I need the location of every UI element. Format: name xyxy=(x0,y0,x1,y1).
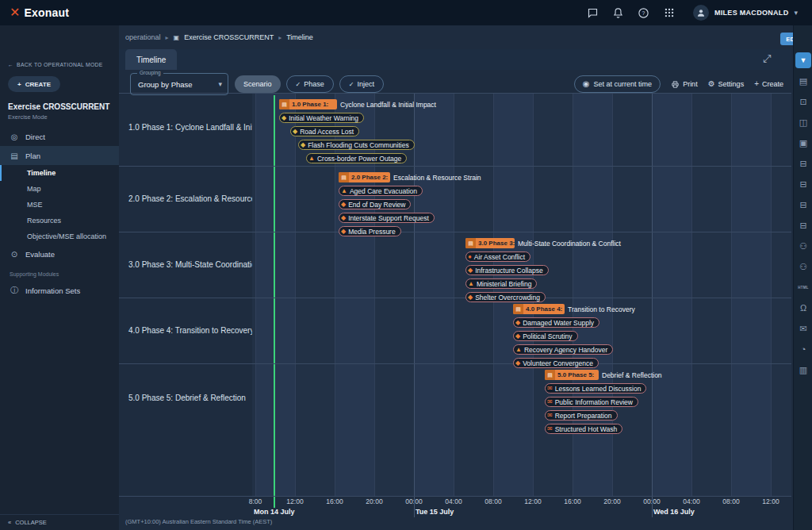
group-label: 5.0 Phase 5: Debrief & Reflection xyxy=(119,363,252,432)
id-card-icon[interactable]: ▥ xyxy=(795,362,811,378)
inject-item[interactable]: ✉Lessons Learned Discussion xyxy=(545,383,646,394)
sidebar-item-timeline[interactable]: Timeline xyxy=(0,165,119,181)
sidebar-item-direct[interactable]: ◎Direct xyxy=(0,127,119,146)
back-to-operational-link[interactable]: ← BACK TO OPERATIONAL MODE xyxy=(8,62,103,67)
phase-bar-item[interactable]: ▤3.0 Phase 3:Multi-State Coordination & … xyxy=(465,238,621,248)
svg-text:?: ? xyxy=(642,10,645,16)
sidebar-item-map[interactable]: Map xyxy=(0,181,119,197)
user-menu[interactable]: MILES MACDONALD ▾ xyxy=(688,3,802,22)
phase-bar-item[interactable]: ▤1.0 Phase 1:Cyclone Landfall & Initial … xyxy=(279,99,436,109)
inject-item[interactable]: ▲Recovery Agency Handover xyxy=(513,344,613,355)
apps-icon[interactable] xyxy=(663,6,676,19)
timeline-group-labels: 1.0 Phase 1: Cyclone Landfall & Initia..… xyxy=(119,93,252,496)
inject-item[interactable]: ✉Public Information Review xyxy=(545,397,638,407)
filter-icon[interactable]: ▼ xyxy=(795,52,811,68)
inject-item[interactable]: ◆Flash Flooding Cuts Communities xyxy=(298,140,415,150)
inbox-tray-icon[interactable]: ⊟ xyxy=(795,156,811,171)
filter-chip-phase[interactable]: ✓Phase xyxy=(286,75,334,93)
image-icon[interactable]: ◫ xyxy=(795,114,811,130)
phase-icon: ▤ xyxy=(279,99,289,109)
axis-tick-label: 12:00 xyxy=(284,497,306,505)
users-icon[interactable]: ⚇ xyxy=(795,259,811,275)
inject-item[interactable]: ◆Initial Weather Warning xyxy=(279,113,364,123)
grouping-select[interactable]: Grouping Group by Phase ▾ xyxy=(130,73,228,95)
breadcrumb-page: Timeline xyxy=(286,33,313,41)
bell-icon[interactable]: Ω xyxy=(795,300,811,316)
sidebar: ← BACK TO OPERATIONAL MODE + CREATE Exer… xyxy=(0,25,119,530)
gridline xyxy=(731,93,732,496)
inbox-tray-icon[interactable]: ⊟ xyxy=(795,217,811,233)
create-button[interactable]: + CREATE xyxy=(8,76,60,92)
inbox-tray-icon[interactable]: ⊟ xyxy=(795,176,811,192)
inject-item[interactable]: ◆Damaged Water Supply xyxy=(513,317,599,328)
inject-item[interactable]: ●Air Asset Conflict xyxy=(465,252,530,262)
sidebar-item-mse[interactable]: MSE xyxy=(0,197,119,213)
tab-bar xyxy=(119,49,791,70)
row-separator xyxy=(119,298,791,298)
inject-item[interactable]: ✉Structured Hot Wash xyxy=(545,424,622,434)
sidebar-item-objective-mse-allocation[interactable]: Objective/MSE allocation xyxy=(0,229,119,244)
inject-item[interactable]: ◆Interstate Support Request xyxy=(339,213,435,223)
panel-icon[interactable]: ▣ xyxy=(795,135,811,151)
phase-bar: ▤3.0 Phase 3: xyxy=(465,238,515,248)
action-set-at-current-time[interactable]: ◉Set at current time xyxy=(574,75,661,93)
diamond-icon: ◆ xyxy=(301,142,305,148)
inject-item[interactable]: ◆Media Pressure xyxy=(339,226,401,236)
chat-icon[interactable] xyxy=(587,6,599,19)
current-time-line xyxy=(274,95,275,508)
mail-icon[interactable]: ✉ xyxy=(795,321,811,336)
document-icon[interactable]: ▤ xyxy=(795,73,811,89)
breadcrumb-operational[interactable]: operational xyxy=(125,33,161,41)
action-settings[interactable]: ⚙Settings xyxy=(708,80,745,88)
day-separator xyxy=(652,496,653,517)
phase-bar-item[interactable]: ▤4.0 Phase 4:Transition to Recovery xyxy=(513,304,635,314)
timeline-group-row: ▤2.0 Phase 2:Escalation & Resource Strai… xyxy=(252,166,791,232)
filter-chip-scenario[interactable]: Scenario xyxy=(235,75,281,93)
row-separator xyxy=(119,232,791,232)
action-print[interactable]: Print xyxy=(671,80,698,89)
action-create[interactable]: +Create xyxy=(754,80,783,88)
chart-icon[interactable]: ◔ xyxy=(795,341,811,357)
envelope-icon: ✉ xyxy=(547,426,553,432)
tab-timeline[interactable]: Timeline xyxy=(125,49,177,70)
gear-icon: ⚙ xyxy=(708,80,715,88)
inbox-tray-icon[interactable]: ⊟ xyxy=(795,197,811,213)
diamond-icon: ◆ xyxy=(341,229,346,235)
app-logo[interactable]: ✕ Exonaut xyxy=(10,6,69,19)
back-arrow-icon: ← xyxy=(8,62,13,67)
inject-item[interactable]: ▲Ministerial Briefing xyxy=(465,278,537,289)
breadcrumb-separator-icon: ▸ xyxy=(166,34,169,41)
inject-item[interactable]: ◆Road Access Lost xyxy=(290,126,359,136)
phase-bar-item[interactable]: ▤2.0 Phase 2:Escalation & Resource Strai… xyxy=(339,172,481,182)
inject-item[interactable]: ◆End of Day Review xyxy=(339,199,411,209)
sidebar-item-resources[interactable]: Resources xyxy=(0,213,119,229)
inject-item[interactable]: ▲Cross-border Power Outage xyxy=(306,153,407,163)
inject-item[interactable]: ◆Infrastructure Collapse xyxy=(465,265,549,275)
inject-item[interactable]: ✉Report Preparation xyxy=(545,410,618,421)
inject-item[interactable]: ▲Aged Care Evacuation xyxy=(339,186,423,196)
sidebar-item-information-sets[interactable]: ⓘInformation Sets xyxy=(0,281,119,300)
users-icon[interactable]: ⚇ xyxy=(795,238,811,254)
diamond-icon: ◆ xyxy=(341,202,346,208)
inject-item[interactable]: ◆Volunteer Convergence xyxy=(513,358,599,368)
inject-item[interactable]: ◆Shelter Overcrowding xyxy=(465,292,546,302)
help-icon[interactable]: ? xyxy=(638,6,650,19)
axis-tick-label: 08:00 xyxy=(720,497,742,505)
collapse-button[interactable]: « COLLAPSE xyxy=(0,514,119,530)
bell-icon[interactable] xyxy=(612,6,625,19)
app-window: ✕ Exonaut ? MILES MACDONALD ▾ ← BACK TO … xyxy=(0,0,812,530)
timeline-group-row: ▤1.0 Phase 1:Cyclone Landfall & Initial … xyxy=(252,93,791,166)
inject-item[interactable]: ◆Political Scrutiny xyxy=(513,331,578,341)
phase-bar-item[interactable]: ▤5.0 Phase 5:Debrief & Reflection xyxy=(545,370,662,380)
image-card-icon[interactable]: ⊡ xyxy=(795,94,811,109)
sidebar-item-evaluate[interactable]: ⊙Evaluate xyxy=(0,244,119,263)
collapse-icon: « xyxy=(8,519,11,526)
html-icon[interactable]: HTML xyxy=(795,279,811,295)
gridline xyxy=(414,93,415,496)
filter-chip-inject[interactable]: ✓Inject xyxy=(339,75,384,93)
topbar-actions: ? MILES MACDONALD ▾ xyxy=(587,3,802,22)
sidebar-item-plan[interactable]: ▤Plan xyxy=(0,146,119,165)
fullscreen-icon[interactable]: ⤢ xyxy=(763,52,771,65)
breadcrumb-exercise[interactable]: Exercise CROSSCURRENT xyxy=(184,33,274,41)
axis-tick-label: 16:00 xyxy=(561,497,584,505)
